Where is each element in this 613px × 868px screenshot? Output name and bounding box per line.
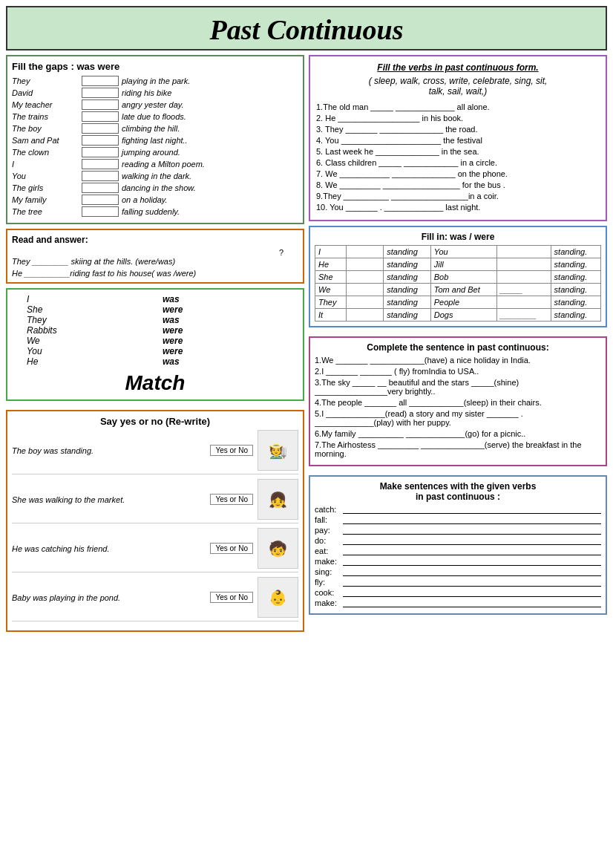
complete-section: Complete the sentence in past continuous… bbox=[309, 336, 607, 466]
complete-sentences: 1.We _______ ____________(have) a nice h… bbox=[315, 356, 601, 458]
fill-gap-row: My teacherangry yester day. bbox=[12, 99, 298, 110]
right-blank-cell[interactable] bbox=[496, 271, 551, 284]
say-yes-no-row: Baby was playing in the pond. Yes or No … bbox=[12, 577, 298, 621]
match-left-item: She bbox=[27, 304, 155, 315]
left-blank-cell[interactable] bbox=[347, 271, 384, 284]
make-line bbox=[343, 526, 601, 535]
say-yes-no-title: Say yes or no (Re-write) bbox=[12, 416, 298, 427]
fill-gap-row: Davidriding his bike bbox=[12, 88, 298, 98]
right-column: Fill the verbs in past continuous form. … bbox=[309, 55, 607, 632]
row-subject: The trains bbox=[12, 112, 79, 121]
row-rest: late due to floods. bbox=[122, 112, 298, 121]
make-verb-label: make: bbox=[315, 557, 343, 566]
complete-title: Complete the sentence in past continuous… bbox=[315, 342, 601, 353]
say-sentence: She was walking to the market. bbox=[12, 495, 206, 504]
match-right-item: were bbox=[163, 325, 298, 336]
make-verb-label: do: bbox=[315, 536, 343, 545]
title-area: Past Continuous bbox=[6, 6, 607, 50]
verb-sentence: 3. They _______ ______________ the road. bbox=[316, 125, 600, 134]
fill-in-row: She standing Bob standing. bbox=[315, 271, 601, 284]
page-title: Past Continuous bbox=[7, 13, 606, 46]
was-were-input[interactable] bbox=[82, 76, 119, 86]
make-verb-label: fall: bbox=[315, 515, 343, 524]
make-sentence-row: make: bbox=[315, 557, 601, 566]
left-rest: standing bbox=[384, 271, 431, 284]
match-right-item: were bbox=[163, 304, 298, 315]
make-sentence-row: do: bbox=[315, 536, 601, 545]
left-blank-cell[interactable] bbox=[347, 246, 384, 258]
verb-sentence: 9.They __________ _________________in a … bbox=[316, 192, 600, 200]
make-sentence-row: fall: bbox=[315, 515, 601, 524]
make-sentence-row: cook: bbox=[315, 588, 601, 597]
row-subject: You bbox=[12, 172, 79, 180]
row-rest: walking in the dark. bbox=[122, 172, 298, 180]
say-sentence: The boy was standing. bbox=[12, 446, 206, 455]
left-blank-cell[interactable] bbox=[347, 258, 384, 271]
was-were-input[interactable] bbox=[82, 147, 119, 157]
yes-no-box[interactable]: Yes or No bbox=[210, 543, 253, 554]
fill-in-table: I standing You standing. He standing Jil… bbox=[315, 245, 601, 322]
fill-gap-row: The trainslate due to floods. bbox=[12, 111, 298, 122]
fill-gaps-section: Fill the gaps : was were Theyplaying in … bbox=[6, 55, 304, 224]
make-sentences-title: Make sentences with the given verbs in p… bbox=[315, 481, 601, 502]
match-right-item: was bbox=[163, 315, 298, 325]
right-rest: standing. bbox=[551, 284, 600, 296]
was-were-input[interactable] bbox=[82, 99, 119, 110]
fill-gap-row: Sam and Patfighting last night.. bbox=[12, 135, 298, 146]
make-rows: catch:fall:pay:do:eat:make:sing:fly:cook… bbox=[315, 505, 601, 607]
verb-sentence: 6. Class children _____ ____________ in … bbox=[316, 158, 600, 167]
yes-no-box[interactable]: Yes or No bbox=[210, 592, 253, 603]
make-line bbox=[343, 567, 601, 576]
right-blank-cell[interactable]: _____ bbox=[496, 284, 551, 296]
right-blank-cell[interactable] bbox=[496, 258, 551, 271]
was-were-input[interactable] bbox=[82, 195, 119, 205]
say-image: 👧 bbox=[258, 479, 298, 520]
match-right-item: was bbox=[163, 356, 298, 367]
verbs-section: Fill the verbs in past continuous form. … bbox=[309, 55, 607, 221]
row-rest: jumping around. bbox=[122, 148, 298, 157]
make-verb-label: make: bbox=[315, 598, 343, 607]
was-were-input[interactable] bbox=[82, 123, 119, 134]
make-line bbox=[343, 588, 601, 597]
make-line bbox=[343, 578, 601, 587]
right-blank-cell[interactable]: ________ bbox=[496, 309, 551, 322]
row-rest: on a holiday. bbox=[122, 195, 298, 204]
verb-sentence: 7. We ___________ ______________ on the … bbox=[316, 169, 600, 178]
was-were-input[interactable] bbox=[82, 183, 119, 193]
right-blank-cell[interactable] bbox=[496, 296, 551, 309]
fill-gap-row: The boyclimbing the hill. bbox=[12, 123, 298, 134]
left-blank-cell[interactable] bbox=[347, 284, 384, 296]
make-verb-label: eat: bbox=[315, 546, 343, 555]
left-blank-cell[interactable] bbox=[347, 309, 384, 322]
yes-no-box[interactable]: Yes or No bbox=[210, 494, 253, 505]
was-were-input[interactable] bbox=[82, 206, 119, 217]
was-were-input[interactable] bbox=[82, 159, 119, 169]
right-blank-cell[interactable] bbox=[496, 246, 551, 258]
left-rest: standing bbox=[384, 246, 431, 258]
left-rest: standing bbox=[384, 309, 431, 322]
say-yes-no-row: The boy was standing. Yes or No 🧑‍🌾 bbox=[12, 430, 298, 474]
was-were-input[interactable] bbox=[82, 135, 119, 146]
left-subject: I bbox=[315, 246, 347, 258]
make-sentences-section: Make sentences with the given verbs in p… bbox=[309, 475, 607, 615]
was-were-input[interactable] bbox=[82, 88, 119, 98]
read-answer-section: Read and answer: ? They ________ skiing … bbox=[6, 229, 304, 284]
complete-sentence-row: 3.The sky _____ __ beautiful and the sta… bbox=[315, 378, 601, 396]
fill-gap-row: My familyon a holiday. bbox=[12, 195, 298, 205]
was-were-input[interactable] bbox=[82, 111, 119, 122]
was-were-input[interactable] bbox=[82, 171, 119, 181]
yes-no-box[interactable]: Yes or No bbox=[210, 445, 253, 456]
fill-in-title: Fill in: was / were bbox=[315, 232, 601, 242]
say-image: 🧒 bbox=[258, 528, 298, 569]
left-subject: We bbox=[315, 284, 347, 296]
page: Past Continuous Fill the gaps : was were… bbox=[0, 0, 613, 638]
right-rest: standing. bbox=[551, 246, 600, 258]
complete-sentence-row: 4.The people _______ all ____________(sl… bbox=[315, 398, 601, 407]
verb-sentences: 1.The old man _____ _____________ all al… bbox=[316, 102, 600, 212]
left-subject: She bbox=[315, 271, 347, 284]
row-subject: My teacher bbox=[12, 100, 79, 109]
fill-gaps-rows: Theyplaying in the park.Davidriding his … bbox=[12, 76, 298, 217]
row-subject: I bbox=[12, 160, 79, 169]
fill-in-row: They standing People standing. bbox=[315, 296, 601, 309]
left-blank-cell[interactable] bbox=[347, 296, 384, 309]
